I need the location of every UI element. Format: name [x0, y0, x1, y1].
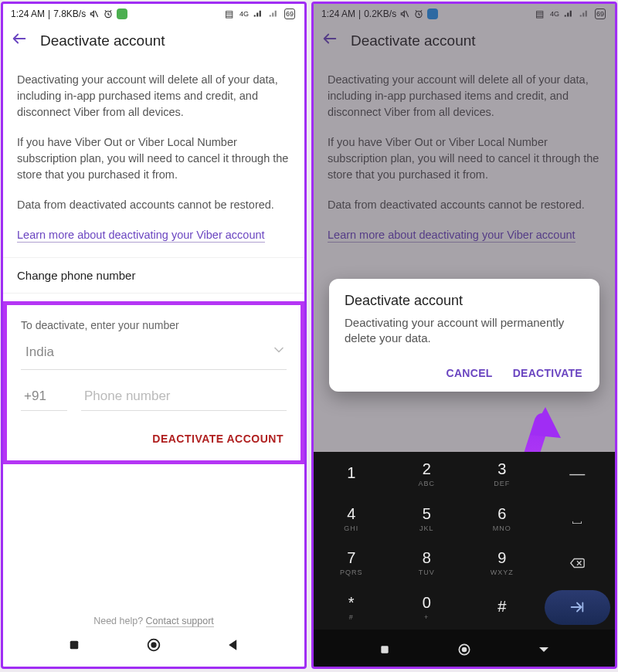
status-netspeed: 0.2KB/s: [364, 8, 396, 19]
status-4g: 4G: [239, 10, 249, 18]
nav-home-icon[interactable]: [145, 636, 162, 653]
deactivate-form: To deactivate, enter your number India D…: [18, 317, 290, 454]
learn-more-link[interactable]: Learn more about deactivating your Viber…: [17, 229, 265, 243]
dialog-deactivate-button[interactable]: DEACTIVATE: [511, 364, 584, 382]
learn-more-link[interactable]: Learn more about deactivating your Viber…: [328, 229, 576, 243]
data-icon: ▤: [535, 8, 545, 19]
dialog-title: Deactivate account: [345, 293, 584, 309]
annotation-highlight-box: To deactivate, enter your number India D…: [3, 301, 304, 464]
app-header: Deactivate account: [314, 24, 615, 58]
back-arrow-icon[interactable]: [11, 30, 28, 52]
need-help-label: Need help?: [93, 616, 145, 626]
app-header: Deactivate account: [3, 24, 304, 58]
page-title: Deactivate account: [40, 32, 165, 49]
key-9[interactable]: 9WXYZ: [464, 541, 540, 585]
paragraph-3: Data from deactivated accounts cannot be…: [17, 197, 290, 213]
chevron-down-icon: [271, 342, 287, 361]
paragraph-1: Deactivating your account will delete al…: [17, 72, 290, 120]
key-4[interactable]: 4GHI: [314, 497, 389, 541]
key-enter[interactable]: [545, 590, 611, 626]
key-minus[interactable]: —: [540, 452, 616, 497]
country-code-input[interactable]: [21, 382, 67, 411]
status-time: 1:24 AM: [321, 8, 355, 19]
key-8[interactable]: 8TUV: [389, 541, 465, 585]
deactivate-instruction: To deactivate, enter your number: [21, 319, 287, 331]
key-0[interactable]: 0+: [389, 585, 465, 630]
paragraph-2: If you have Viber Out or Viber Local Num…: [17, 134, 290, 183]
nav-back-icon[interactable]: [225, 636, 242, 653]
nav-recents-icon[interactable]: [66, 636, 83, 653]
contact-support-link[interactable]: Contact support: [146, 616, 214, 627]
key-7[interactable]: 7PQRS: [314, 541, 389, 585]
numeric-keypad: 1 2ABC 3DEF — 4GHI 5JKL 6MNO ⎵ 7PQRS 8TU…: [314, 452, 615, 630]
key-backspace[interactable]: [540, 541, 616, 585]
status-4g: 4G: [550, 10, 559, 18]
signal-icon-2: [269, 8, 280, 19]
key-3[interactable]: 3DEF: [464, 452, 540, 497]
status-app-badge: [117, 8, 127, 19]
mute-icon: [399, 8, 410, 19]
alarm-icon: [413, 8, 424, 19]
svg-point-3: [151, 642, 156, 647]
country-dropdown[interactable]: India: [21, 338, 287, 370]
signal-icon-2: [579, 8, 590, 19]
status-time: 1:24 AM: [11, 8, 45, 19]
footer-help: Need help? Contact support: [3, 616, 304, 626]
change-phone-label: Change phone number: [17, 269, 135, 282]
key-5[interactable]: 5JKL: [389, 497, 465, 541]
status-bar: 1:24 AM | 7.8KB/s ▤ 4G: [3, 4, 304, 24]
key-star[interactable]: * #: [314, 585, 389, 630]
country-value: India: [25, 344, 54, 360]
battery-icon: 69: [595, 8, 606, 19]
mute-icon: [89, 8, 100, 19]
confirm-deactivate-dialog: Deactivate account Deactivating your acc…: [329, 279, 599, 392]
back-arrow-icon[interactable]: [321, 30, 338, 52]
battery-icon: 69: [284, 8, 295, 19]
signal-icon: [253, 8, 264, 19]
svg-point-7: [462, 647, 467, 653]
status-netspeed: 7.8KB/s: [53, 8, 86, 19]
key-2[interactable]: 2ABC: [389, 452, 465, 497]
phone-number-input[interactable]: [81, 382, 287, 411]
svg-rect-1: [70, 641, 79, 650]
phone-left-screen: 1:24 AM | 7.8KB/s ▤ 4G: [1, 2, 307, 669]
phone-right-screen: 1:24 AM | 0.2KB/s ▤ 4G: [311, 2, 617, 669]
system-nav-bar: [3, 630, 304, 660]
key-1[interactable]: 1: [314, 452, 389, 497]
alarm-icon: [103, 8, 114, 19]
paragraph-3: Data from deactivated accounts cannot be…: [328, 197, 601, 213]
signal-icon: [564, 8, 575, 19]
key-space[interactable]: ⎵: [540, 497, 616, 541]
data-icon: ▤: [224, 8, 235, 19]
key-6[interactable]: 6MNO: [464, 497, 540, 541]
svg-rect-5: [381, 646, 388, 653]
status-app-badge: [427, 8, 438, 19]
status-bar: 1:24 AM | 0.2KB/s ▤ 4G: [314, 4, 615, 24]
system-nav-bar: [314, 630, 615, 667]
dialog-body: Deactivating your account will permanent…: [345, 315, 584, 347]
deactivate-account-button[interactable]: DEACTIVATE ACCOUNT: [21, 425, 287, 453]
change-phone-number-row[interactable]: Change phone number: [3, 257, 304, 294]
dialog-cancel-button[interactable]: CANCEL: [444, 364, 494, 382]
body-text: Deactivating your account will delete al…: [314, 58, 615, 243]
key-hash[interactable]: #: [464, 585, 540, 630]
body-text: Deactivating your account will delete al…: [3, 58, 304, 243]
nav-home-icon[interactable]: [456, 641, 473, 658]
paragraph-1: Deactivating your account will delete al…: [328, 72, 601, 120]
page-title: Deactivate account: [351, 32, 476, 49]
paragraph-2: If you have Viber Out or Viber Local Num…: [328, 134, 601, 183]
nav-recents-icon[interactable]: [376, 641, 393, 658]
nav-hide-keyboard-icon[interactable]: [535, 641, 552, 658]
